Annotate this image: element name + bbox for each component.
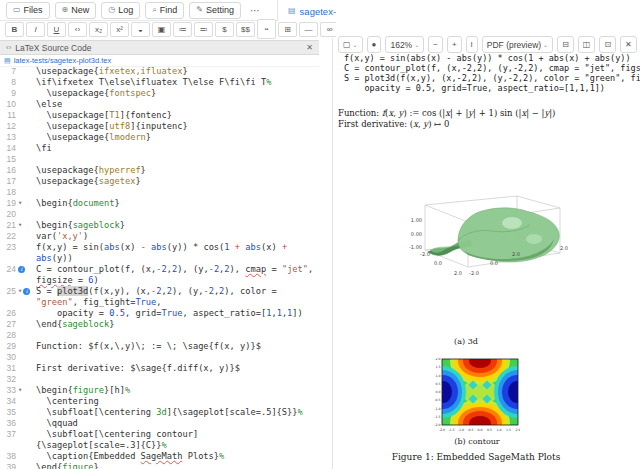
code-line[interactable]: 18 (0, 187, 319, 198)
code-line[interactable]: 23f(x,y) = sin(abs(x) - abs(y)) * cos(1 … (0, 242, 319, 253)
code-line[interactable]: 26 opacity = 0.5, grid=True, aspect_rati… (0, 308, 319, 319)
log-button[interactable]: ◷Log (101, 2, 140, 19)
display-math-icon[interactable]: $$ (236, 22, 255, 37)
code-text: \fi (36, 143, 52, 154)
code-line[interactable]: 35 \subfloat[\centering 3d]{\sageplot[sc… (0, 407, 319, 418)
code-editor[interactable]: 7\usepackage{ifxetex,ifluatex}8\if\ifxet… (0, 66, 319, 469)
new-button[interactable]: ⊕New (55, 2, 97, 19)
setting-button[interactable]: ✎Setting (189, 2, 241, 19)
fold-toggle-icon[interactable]: ▾ (18, 286, 22, 297)
code-line[interactable]: 11 \usepackage[T1]{fontenc} (0, 110, 319, 121)
inline-math-icon[interactable]: $ (215, 22, 234, 37)
pdf-code-line: opacity = 0.5, grid=True, aspect_ratio=[… (344, 83, 640, 93)
gutter-marks (16, 462, 36, 469)
code-line[interactable]: {\sageplot[scale=.3]{C}}% (0, 440, 319, 451)
code-line[interactable]: 14\fi (0, 143, 319, 154)
split-horizontal-button[interactable]: ⊟ (557, 36, 574, 53)
files-button[interactable]: ▭Files (6, 2, 50, 19)
pdf-toolbar: ▢⌄●162%⌄−+IPDF (preview)⌄⊟◫⊡✕ (338, 36, 637, 53)
code-line[interactable]: 15 (0, 154, 319, 165)
fullscreen-button[interactable]: ⊡ (599, 36, 616, 53)
code-line[interactable]: 36 \qquad (0, 418, 319, 429)
close-preview-button[interactable]: ✕ (620, 36, 637, 53)
code-line[interactable]: 21▾\begin{sageblock} (0, 220, 319, 231)
line-number: 22 (0, 231, 16, 242)
line-number (0, 275, 16, 286)
find-button[interactable]: ⌕Find (145, 2, 184, 19)
italic-icon[interactable]: I (26, 22, 45, 37)
table-icon[interactable]: ⊞ (278, 22, 297, 37)
subscript-icon[interactable]: x₂ (89, 22, 108, 37)
code-line[interactable]: figsize = 6) (0, 275, 319, 286)
superscript-icon[interactable]: x² (110, 22, 129, 37)
gutter-marks (16, 374, 36, 385)
code-line[interactable]: 10\else (0, 99, 319, 110)
code-line[interactable]: 34 \centering (0, 396, 319, 407)
bold-icon[interactable]: B (5, 22, 24, 37)
info-icon[interactable]: i (18, 266, 25, 273)
code-line[interactable]: 37 \subfloat[\centering contour] (0, 429, 319, 440)
code-text: \begin{sageblock} (36, 220, 125, 231)
line-number: 34 (0, 396, 16, 407)
line-number: 25 (0, 286, 16, 297)
code-line[interactable]: 29Function: $f(x,\,y)\; := \; \sage{f(x,… (0, 341, 319, 352)
source-panel-close-icon[interactable]: ✕ (306, 43, 313, 52)
code-line[interactable]: abs(y)) (0, 253, 319, 264)
gutter-marks (16, 363, 36, 374)
subcaption-contour: (b) contour (387, 437, 567, 446)
code-line[interactable]: 27\end{sageblock} (0, 319, 319, 330)
ordered-list-icon[interactable]: ≕ (194, 22, 213, 37)
zoom-level-button[interactable]: 162%⌄ (385, 36, 424, 53)
split-vertical-button[interactable]: ◫ (578, 36, 596, 53)
comment-icon[interactable]: ◒ (131, 22, 150, 37)
inline-code-icon[interactable]: ‹› (68, 22, 87, 37)
line-number: 14 (0, 143, 16, 154)
fold-toggle-icon[interactable]: ▾ (18, 220, 22, 231)
code-line[interactable]: 9 \usepackage{fontspec} (0, 88, 319, 99)
code-line[interactable]: 39\end{figure} (0, 462, 319, 469)
code-line[interactable]: 16\usepackage{hyperref} (0, 165, 319, 176)
code-line[interactable]: 12 \usepackage[utf8]{inputenc} (0, 121, 319, 132)
code-line[interactable]: 13 \usepackage{lmodern} (0, 132, 319, 143)
y-tick: 0.0 (434, 260, 442, 266)
contour-x-tick: 2.0 (515, 428, 520, 432)
fold-toggle-icon[interactable]: ▾ (18, 385, 22, 396)
code-line[interactable]: 8\if\ifxetex T\else\ifluatex T\else F\fi… (0, 77, 319, 88)
bullet-list-icon[interactable]: ≔ (173, 22, 192, 37)
fold-toggle-icon[interactable]: ▾ (18, 198, 22, 209)
text-select-button[interactable]: I (466, 36, 478, 53)
new-window-button[interactable]: ▢⌄ (338, 36, 363, 53)
code-line[interactable]: 17\usepackage{sagetex} (0, 176, 319, 187)
info-icon[interactable]: i (23, 288, 30, 295)
image-icon[interactable]: ▣ (152, 22, 171, 37)
code-line[interactable]: 31First derivative: $\sage{f.diff(x, y)}… (0, 363, 319, 374)
underline-icon[interactable]: U (47, 22, 66, 37)
code-line[interactable]: "green", fig_tight=True, (0, 297, 319, 308)
gutter-marks (16, 352, 36, 363)
invert-colors-button[interactable]: ● (367, 36, 382, 53)
contour-y-tick: -2.0 (434, 423, 440, 427)
horizontal-rule-icon[interactable]: — (299, 22, 318, 37)
view-mode-button[interactable]: PDF (preview)⌄ (482, 36, 553, 53)
zoom-in-button[interactable]: + (447, 36, 462, 53)
blockquote-icon[interactable]: “ (257, 19, 276, 39)
line-number: 21 (0, 220, 16, 231)
zoom-out-icon: − (433, 41, 438, 49)
code-line[interactable]: 25▾iS = plot3d(f(x,y), (x,-2,2), (y,-2,2… (0, 286, 319, 297)
code-line[interactable]: 32 (0, 374, 319, 385)
code-line[interactable]: 22var('x,y') (0, 231, 319, 242)
zoom-in-icon: + (452, 41, 457, 49)
more-button[interactable]: ⋯ (246, 5, 264, 16)
zoom-out-button[interactable]: − (428, 36, 443, 53)
code-line[interactable]: 20 (0, 209, 319, 220)
code-line[interactable]: 19▾\begin{document} (0, 198, 319, 209)
code-line[interactable]: 24iC = contour_plot(f, (x,-2,2), (y,-2,2… (0, 264, 319, 275)
code-line[interactable]: 30 (0, 352, 319, 363)
code-line[interactable]: 28 (0, 330, 319, 341)
code-line[interactable]: 7\usepackage{ifxetex,ifluatex} (0, 66, 319, 77)
code-line[interactable]: 33▾\begin{figure}[h]% (0, 385, 319, 396)
wrench-icon: ✎ (196, 6, 203, 14)
panel-divider[interactable] (332, 38, 333, 469)
code-line[interactable]: 38 \caption{Embedded SageMath Plots}% (0, 451, 319, 462)
split-horizontal-icon: ⊟ (562, 41, 569, 49)
